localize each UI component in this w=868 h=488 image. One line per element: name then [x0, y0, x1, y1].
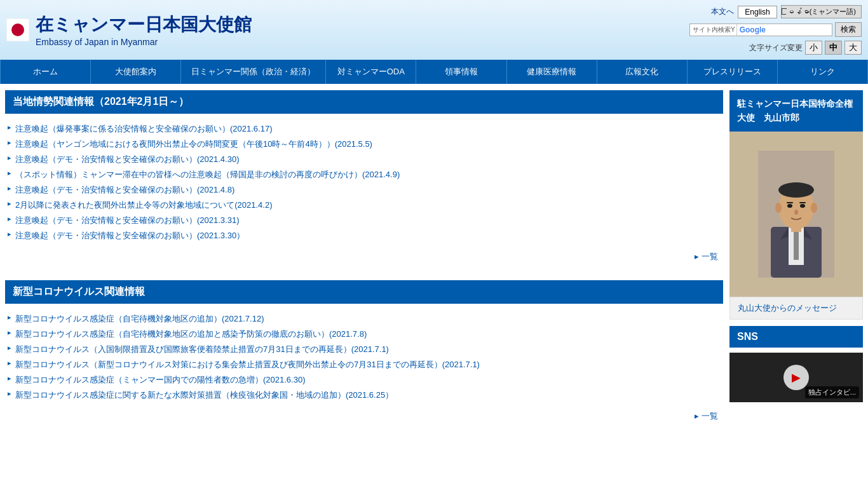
section2-header: 新型コロナウイルス関連情報: [5, 280, 723, 304]
nav-item-7[interactable]: プレスリリース: [688, 60, 778, 84]
section-jyotai: 当地情勢関連情報（2021年2月1日～） 注意喚起（爆発事案に係る治安情報と安全…: [5, 90, 723, 270]
play-icon: ▶: [783, 365, 809, 390]
svg-point-7: [778, 182, 814, 198]
google-logo: Google: [737, 24, 768, 36]
site-title-block: 在ミャンマー日本国大使館 Embassy of Japan in Myanmar: [36, 13, 252, 47]
list-item: 新型コロナウイルス（新型コロナウイルス対策における集会禁止措置及び夜間外出禁止令…: [8, 357, 721, 372]
section2-link-5[interactable]: 新型コロナウイルス感染症に関する新たな水際対策措置（検疫強化対象国・地域の追加）…: [15, 390, 393, 400]
section2-link-3[interactable]: 新型コロナウイルス（新型コロナウイルス対策における集会禁止措置及び夜間外出禁止令…: [15, 360, 480, 369]
list-item: 新型コロナウイルス感染症に関する新たな水際対策措置（検疫強化対象国・地域の追加）…: [8, 388, 721, 403]
fontsize-row: 文字サイズ変更 小 中 大: [749, 41, 862, 55]
section2-ichiran-link[interactable]: 一覧: [695, 411, 718, 421]
search-group: サイト内検索Y Google: [689, 24, 832, 36]
fontsize-label: 文字サイズ変更: [749, 43, 803, 53]
content-area: 当地情勢関連情報（2021年2月1日～） 注意喚起（爆発事案に係る治安情報と安全…: [5, 90, 729, 440]
sidebar: 駐ミャンマー日本国特命全権大使 丸山市郎: [729, 90, 863, 440]
list-item: 新型コロナウイルス感染症（ミャンマー国内での陽性者数の急増）(2021.6.30…: [8, 372, 721, 388]
nav-item-4[interactable]: 領事情報: [416, 60, 506, 84]
ambassador-photo-svg: [758, 151, 834, 278]
fontsize-small-button[interactable]: 小: [805, 41, 822, 55]
section1-link-7[interactable]: 注意喚起（デモ・治安情報と安全確保のお願い）(2021.3.30）: [15, 231, 245, 240]
nav-item-2[interactable]: 日ミャンマー関係（政治・経済）: [181, 60, 326, 84]
section1-link-4[interactable]: 注意喚起（デモ・治安情報と安全確保のお願い）(2021.4.8): [15, 185, 234, 194]
svg-point-14: [794, 210, 798, 215]
list-item: 新型コロナウイルス感染症（自宅待機対象地区の追加）(2021.7.12): [8, 311, 721, 327]
site-title-english: Embassy of Japan in Myanmar: [36, 37, 252, 47]
list-item: （スポット情報）ミャンマー滞在中の皆様への注意喚起（帰国是非の検討の再度の呼びか…: [8, 167, 721, 182]
section1-news-list: 注意喚起（爆発事案に係る治安情報と安全確保のお願い）(2021.6.17)注意喚…: [5, 121, 723, 243]
list-item: 注意喚起（デモ・治安情報と安全確保のお願い）(2021.4.30): [8, 152, 721, 167]
section2-ichiran-row: 一覧: [5, 408, 723, 430]
list-item: 注意喚起（デモ・治安情報と安全確保のお願い）(2021.3.30）: [8, 228, 721, 243]
main-navigation: ホーム大使館案内日ミャンマー関係（政治・経済）対ミャンマーODA領事情報健康医療…: [0, 60, 868, 84]
ambassador-photo: [729, 132, 863, 297]
section2-news-list: 新型コロナウイルス感染症（自宅待機対象地区の追加）(2021.7.12)新型コロ…: [5, 311, 723, 403]
svg-rect-12: [787, 202, 793, 203]
header-right: 本文へ English မြန်မာ(ミャンマー語) サイト内検索Y Googl…: [689, 5, 862, 55]
fontsize-large-button[interactable]: 大: [844, 41, 862, 55]
list-item: 注意喚起（デモ・治安情報と安全確保のお願い）(2021.3.31): [8, 213, 721, 228]
nav-item-0[interactable]: ホーム: [0, 60, 91, 84]
nav-item-8[interactable]: リンク: [778, 60, 868, 84]
section1-link-2[interactable]: 注意喚起（デモ・治安情報と安全確保のお願い）(2021.4.30): [15, 154, 240, 164]
section1-link-6[interactable]: 注意喚起（デモ・治安情報と安全確保のお願い）(2021.3.31): [15, 215, 240, 225]
nav-item-1[interactable]: 大使館案内: [91, 60, 181, 84]
main-layout: 当地情勢関連情報（2021年2月1日～） 注意喚起（爆発事案に係る治安情報と安全…: [0, 84, 868, 446]
list-item: 注意喚起（ヤンゴン地域における夜間外出禁止令の時間変更（午後10時～午前4時））…: [8, 137, 721, 152]
list-item: 注意喚起（デモ・治安情報と安全確保のお願い）(2021.4.8): [8, 182, 721, 198]
sns-video-label: 独占インタビ...: [805, 386, 859, 398]
section1-ichiran-row: 一覧: [5, 248, 723, 270]
section1-link-3[interactable]: （スポット情報）ミャンマー滞在中の皆様への注意喚起（帰国是非の検討の再度の呼びか…: [15, 170, 400, 179]
nav-item-6[interactable]: 広報文化: [597, 60, 688, 84]
sns-video-thumbnail[interactable]: ▶ 独占インタビ...: [729, 353, 863, 402]
list-item: 新型コロナウイルス（入国制限措置及び国際旅客便着陸禁止措置の7月31日までの再延…: [8, 342, 721, 357]
list-item: 2月以降に発表された夜間外出禁止令等の対象地域について(2021.4.2): [8, 198, 721, 213]
search-input[interactable]: [768, 24, 832, 36]
site-title-japanese: 在ミャンマー日本国大使館: [36, 13, 252, 37]
search-site-label: サイト内検索Y: [690, 24, 737, 36]
section2-link-0[interactable]: 新型コロナウイルス感染症（自宅待機対象地区の追加）(2021.7.12): [15, 314, 264, 323]
svg-point-1: [11, 24, 24, 36]
svg-rect-13: [799, 202, 806, 203]
myanmar-button[interactable]: မြန်မာ(ミャンマー語): [781, 5, 862, 18]
section2-link-4[interactable]: 新型コロナウイルス感染症（ミャンマー国内での陽性者数の急増）(2021.6.30…: [15, 375, 306, 384]
svg-point-10: [787, 204, 792, 208]
sns-header: SNS: [729, 326, 863, 348]
section-corona: 新型コロナウイルス関連情報 新型コロナウイルス感染症（自宅待機対象地区の追加）(…: [5, 280, 723, 430]
ambassador-message-link[interactable]: 丸山大使からのメッセージ: [729, 297, 863, 320]
fontsize-medium-button[interactable]: 中: [825, 41, 842, 55]
list-item: 注意喚起（爆発事案に係る治安情報と安全確保のお願い）(2021.6.17): [8, 121, 721, 137]
section1-ichiran-link[interactable]: 一覧: [695, 252, 718, 261]
header-left: 在ミャンマー日本国大使館 Embassy of Japan in Myanmar: [6, 13, 252, 47]
section2-link-2[interactable]: 新型コロナウイルス（入国制限措置及び国際旅客便着陸禁止措置の7月31日までの再延…: [15, 344, 389, 354]
section1-link-1[interactable]: 注意喚起（ヤンゴン地域における夜間外出禁止令の時間変更（午後10時～午前4時））…: [15, 139, 372, 149]
svg-point-8: [775, 203, 782, 213]
section1-link-5[interactable]: 2月以降に発表された夜間外出禁止令等の対象地域について(2021.4.2): [15, 200, 273, 210]
nav-item-3[interactable]: 対ミャンマーODA: [326, 60, 416, 84]
search-button[interactable]: 検索: [835, 22, 862, 37]
language-row: 本文へ English မြန်မာ(ミャンマー語): [711, 5, 862, 18]
svg-rect-5: [794, 228, 799, 260]
nav-item-5[interactable]: 健康医療情報: [507, 60, 597, 84]
ambassador-title-box: 駐ミャンマー日本国特命全権大使 丸山市郎: [729, 90, 863, 132]
honbun-link[interactable]: 本文へ: [711, 6, 734, 17]
svg-point-9: [811, 203, 817, 213]
section1-header: 当地情勢関連情報（2021年2月1日～）: [5, 90, 723, 114]
english-button[interactable]: English: [738, 6, 776, 18]
list-item: 新型コロナウイルス感染症（自宅待機対象地区の追加と感染予防策の徹底のお願い）(2…: [8, 327, 721, 342]
search-row: サイト内検索Y Google 検索: [689, 22, 862, 37]
section2-link-1[interactable]: 新型コロナウイルス感染症（自宅待機対象地区の追加と感染予防策の徹底のお願い）(2…: [15, 329, 367, 339]
section1-link-0[interactable]: 注意喚起（爆発事案に係る治安情報と安全確保のお願い）(2021.6.17): [15, 124, 273, 133]
header: 在ミャンマー日本国大使館 Embassy of Japan in Myanmar…: [0, 0, 868, 60]
svg-rect-15: [791, 224, 801, 232]
japan-flag-icon: [6, 18, 29, 41]
svg-point-11: [800, 204, 805, 208]
